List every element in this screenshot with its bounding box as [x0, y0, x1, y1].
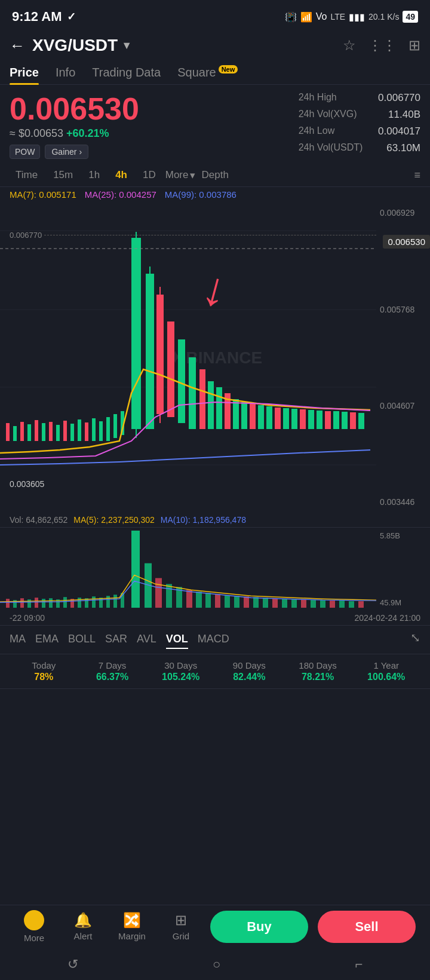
period-7d: 7 Days 66.37% [78, 660, 147, 682]
ma99-indicator: MA(99): 0.003786 [165, 189, 236, 200]
nav-alert[interactable]: 🔔 Alert [59, 912, 108, 941]
tab-bar: Price Info Trading Data SquareNew [0, 60, 430, 85]
tab-square[interactable]: SquareNew [177, 60, 238, 84]
ind-tab-macd[interactable]: MACD [198, 630, 229, 649]
pair-dropdown-icon[interactable]: ▼ [121, 39, 132, 52]
time-btn-1h[interactable]: 1h [82, 166, 106, 184]
nav-grid-label: Grid [173, 931, 189, 941]
svg-rect-55 [20, 598, 24, 608]
pair-title: XVG/USDT ▼ [32, 36, 132, 55]
price-section: 0.006530 ≈ $0.00653 +60.21% POW Gainer ›… [0, 85, 430, 164]
recent-system-icon[interactable]: ⌐ [355, 957, 363, 972]
time-more-button[interactable]: More ▾ [165, 169, 196, 182]
tab-trading-data[interactable]: Trading Data [92, 60, 161, 84]
svg-rect-85 [282, 599, 287, 608]
svg-rect-83 [263, 598, 268, 608]
svg-rect-58 [42, 599, 45, 608]
wifi-icon: 📶 [300, 11, 312, 23]
tag-pow: POW [10, 145, 40, 159]
favorite-icon[interactable]: ☆ [343, 37, 356, 54]
period-90d: 90 Days 82.44% [215, 660, 284, 682]
svg-rect-93 [358, 601, 364, 608]
period-today: Today 78% [10, 660, 78, 682]
tab-price[interactable]: Price [10, 60, 39, 84]
period-180d: 180 Days 78.21% [284, 660, 352, 682]
svg-rect-37 [241, 402, 247, 429]
svg-rect-5 [13, 426, 17, 441]
svg-rect-84 [272, 598, 278, 608]
nav-more[interactable]: ⋯ More [10, 910, 59, 943]
back-button[interactable]: ← [10, 36, 25, 55]
more-dot-icon: ⋯ [24, 910, 44, 930]
price-change: +60.21% [66, 127, 109, 139]
nav-margin[interactable]: 🔀 Margin [108, 912, 156, 941]
ma25-indicator: MA(25): 0.004257 [85, 189, 156, 200]
svg-rect-75 [186, 590, 192, 608]
home-system-icon[interactable]: ○ [213, 957, 220, 972]
svg-rect-40 [266, 406, 272, 429]
svg-rect-68 [113, 595, 117, 608]
ind-tab-vol[interactable]: VOL [166, 630, 188, 649]
period-1y: 1 Year 100.64% [352, 660, 420, 682]
speed-label: 20.1 K/s [368, 12, 399, 22]
svg-rect-12 [63, 421, 67, 441]
current-price-label: 0.006530 [383, 235, 430, 249]
time-btn-15m[interactable]: 15m [47, 166, 79, 184]
svg-rect-13 [70, 424, 74, 441]
vol-ma10: MA(10): 1,182,956,478 [161, 515, 246, 525]
svg-rect-51 [358, 413, 364, 429]
ind-tab-ema[interactable]: EMA [35, 630, 59, 649]
sell-button[interactable]: Sell [318, 911, 416, 943]
vol-ma5: MA(5): 2,237,250,302 [73, 515, 154, 525]
svg-rect-88 [311, 600, 316, 608]
svg-rect-7 [27, 424, 31, 441]
depth-button[interactable]: Depth [201, 169, 228, 181]
grid-layout-icon[interactable]: ⊞ [408, 37, 420, 54]
new-badge: New [219, 65, 238, 74]
svg-rect-90 [330, 601, 335, 608]
ind-tab-sar[interactable]: SAR [105, 630, 127, 649]
svg-rect-10 [49, 422, 53, 441]
svg-rect-29 [167, 321, 174, 417]
grid-icon: ⊞ [175, 912, 187, 929]
time-btn-time[interactable]: Time [10, 166, 44, 184]
svg-rect-14 [78, 419, 81, 441]
svg-rect-67 [106, 596, 110, 608]
svg-rect-78 [215, 594, 220, 608]
chevron-right-icon: › [79, 147, 82, 157]
price-usd: ≈ $0.00653 +60.21% [10, 127, 139, 140]
svg-rect-33 [208, 381, 214, 429]
chart-settings-icon[interactable]: ≡ [414, 169, 420, 182]
svg-rect-19 [113, 414, 117, 438]
svg-rect-73 [166, 584, 172, 608]
svg-rect-87 [301, 599, 306, 608]
status-icons: 📳 📶 Vo LTE ▮▮▮ 20.1 K/s 49 [285, 11, 418, 23]
header: ← XVG/USDT ▼ ☆ ⋮⋮ ⊞ [0, 31, 430, 60]
nav-grid[interactable]: ⊞ Grid [156, 912, 205, 941]
buy-button[interactable]: Buy [210, 911, 308, 943]
volume-chart[interactable]: 5.85B 45.9M [0, 527, 430, 611]
ind-tab-ma[interactable]: MA [10, 630, 26, 649]
tag-gainer[interactable]: Gainer › [45, 145, 88, 159]
chart-date-labels: -22 09:00 2024-02-24 21:00 [0, 611, 430, 626]
price-right: 24h High 0.006770 24h Vol(XVG) 11.40B 24… [299, 92, 420, 159]
back-system-icon[interactable]: ↺ [67, 957, 78, 972]
indicator-settings-icon[interactable]: ⤡ [410, 630, 420, 649]
svg-rect-47 [325, 411, 331, 429]
chart-price-labels: 0.006929 0.005768 0.004607 0.003446 [376, 202, 430, 513]
time-btn-4h[interactable]: 4h [109, 166, 133, 184]
svg-rect-32 [199, 369, 205, 429]
stat-24h-high: 24h High 0.006770 [299, 92, 420, 104]
svg-rect-49 [342, 412, 348, 429]
ind-tab-boll[interactable]: BOLL [68, 630, 96, 649]
svg-rect-15 [85, 422, 88, 441]
tab-info[interactable]: Info [56, 60, 75, 84]
share-icon[interactable]: ⋮⋮ [368, 37, 397, 54]
svg-rect-39 [258, 405, 264, 429]
stat-24h-vol-usdt: 24h Vol(USDT) 63.10M [299, 142, 420, 154]
candlestick-chart[interactable]: 0.006929 0.005768 0.004607 0.003446 0.00… [0, 202, 430, 513]
svg-rect-24 [146, 274, 154, 429]
time-btn-1d[interactable]: 1D [137, 166, 162, 184]
svg-rect-82 [253, 597, 259, 608]
ind-tab-avl[interactable]: AVL [137, 630, 156, 649]
